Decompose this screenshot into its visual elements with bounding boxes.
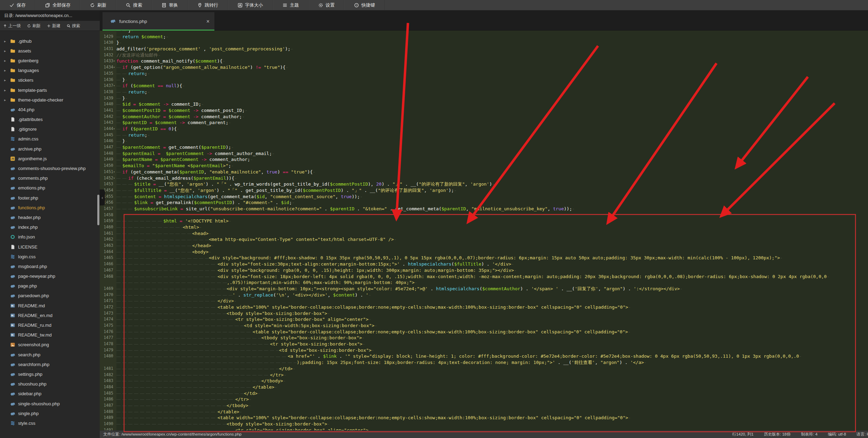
code-line-1441[interactable]: 1441$commentPostID = $comment -> comment… [100, 107, 868, 114]
tree-file-LICENSE[interactable]: LICENSE [0, 242, 100, 252]
code-line-1459[interactable]: 1459$html = '<!DOCTYPE html>- [100, 218, 868, 224]
tree-folder-template-parts[interactable]: ▸template-parts [0, 85, 100, 95]
code-line-1442[interactable]: 1442$commentAuthor = $comment -> comment… [100, 114, 868, 120]
toolbar-button-refresh[interactable]: 刷新 [80, 0, 116, 10]
code-line-1458[interactable]: 1458 [100, 212, 868, 218]
tree-folder-stickers[interactable]: ▸stickers [0, 75, 100, 85]
fold-caret-icon[interactable]: ▾ [113, 169, 115, 175]
tree-file-emotions.php[interactable]: emotions.php [0, 183, 100, 193]
tree-folder-theme-update-checker[interactable]: ▸theme-update-checker [0, 95, 100, 105]
code-line-1438[interactable]: 1438return;- [100, 89, 868, 95]
tree-file-parsedown.php[interactable]: parsedown.php [0, 291, 100, 301]
tree-file-README_en.md[interactable]: M↓README_en.md [0, 310, 100, 320]
toolbar-button-goto[interactable]: 跳转行 [188, 0, 228, 10]
code-line-1463[interactable]: 1463</head>- [100, 243, 868, 249]
code-line-1482[interactable]: 1482</tr>- [100, 372, 868, 378]
code-line-1476[interactable]: 1476<table style="border-collapse:collap… [100, 329, 868, 335]
toolbar-button-save[interactable]: 保存 [0, 0, 35, 10]
code-line-1467[interactable]: 1467<div style="background: rgba(0, 0, 0… [100, 267, 868, 274]
code-line-wrap[interactable]: }- [100, 31, 868, 34]
toolbar-button-hotkey[interactable]: ?快捷键 [344, 0, 385, 10]
code-line-1434[interactable]: 1434▾if (get_option("argon_comment_allow… [100, 64, 868, 71]
code-line-1451[interactable]: 1451▾if (get_comment_meta($parentID, "en… [100, 169, 868, 175]
tree-file-.gitignore[interactable]: .gitignore [0, 124, 100, 134]
tree-file-single-shuoshuo.php[interactable]: single-shuoshuo.php [0, 399, 100, 408]
code-line-1465[interactable]: 1465<div style="background: #fff;box-sha… [100, 255, 868, 261]
code-editor[interactable]: }-1429return $comment;-1430}-1431add_fil… [100, 31, 868, 430]
tree-file-index.php[interactable]: index.php [0, 222, 100, 232]
code-line-1430[interactable]: 1430}- [100, 40, 868, 46]
code-line-1457[interactable]: 1457$unsubscribeLink = site_url("unsubsc… [100, 206, 868, 212]
code-line-1483[interactable]: 1483</tbody>- [100, 378, 868, 384]
expand-caret-icon[interactable]: ▸ [4, 98, 6, 102]
tree-file-.gitattributes[interactable]: .gitattributes [0, 115, 100, 124]
fold-caret-icon[interactable]: ▾ [113, 64, 115, 71]
code-line-1481[interactable]: 1481</td>- [100, 366, 868, 372]
code-line-1453[interactable]: 1453$title = __("您在", 'argon') . "「" . w… [100, 181, 868, 187]
code-line-1433[interactable]: 1433▾function comment_mail_notify($comme… [100, 58, 868, 64]
tree-file-msgboard.php[interactable]: msgboard.php [0, 261, 100, 271]
code-line-1484[interactable]: 1484</table>- [100, 384, 868, 390]
sidebar-collapse-handle[interactable]: ‹ [100, 189, 105, 205]
code-line-1485[interactable]: 1485</td>- [100, 390, 868, 397]
code-line-1473[interactable]: 1473<tbody style="box-sizing:border-box"… [100, 310, 868, 317]
tree-folder-gutenberg[interactable]: ▸gutenberg [0, 56, 100, 65]
code-line-1462[interactable]: 1462<meta http-equiv="Content-Type" cont… [100, 236, 868, 243]
expand-caret-icon[interactable]: ▸ [4, 68, 6, 72]
expand-caret-icon[interactable]: ▸ [4, 39, 6, 43]
tree-file-README_tw.md[interactable]: M↓README_tw.md [0, 330, 100, 340]
code-line-1432[interactable]: 1432//发送评论通知邮件- [100, 52, 868, 58]
expand-caret-icon[interactable]: ▸ [4, 49, 6, 53]
code-line-1431[interactable]: 1431add_filter('preprocess_comment' , 'p… [100, 46, 868, 52]
code-line-1486[interactable]: 1486</tr>- [100, 396, 868, 403]
code-line-1435[interactable]: 1435return;- [100, 71, 868, 77]
code-line-1452[interactable]: 1452▾if (check_email_address($parentEmai… [100, 175, 868, 181]
code-line-1474[interactable]: 1474<tr style="box-sizing:border-box" al… [100, 316, 868, 323]
code-line-1477[interactable]: 1477<tbody style="box-sizing:border-box"… [100, 335, 868, 341]
close-tab-icon[interactable]: × [206, 19, 210, 24]
code-line-1444[interactable]: 1444▾if ($parentID == 0){- [100, 126, 868, 132]
tree-file-info.json[interactable]: info.json [0, 232, 100, 242]
code-line-1450[interactable]: 1450$emailTo = "$parentName <$parentEmai… [100, 163, 868, 169]
code-line-1487[interactable]: 1487</tbody>- [100, 403, 868, 409]
tree-file-page-newyear.php[interactable]: page-newyear.php [0, 271, 100, 281]
code-line-1449[interactable]: 1449$parentName = $parentComment -> comm… [100, 156, 868, 163]
code-line-1478[interactable]: 1478<tr style="box-sizing:border-box">- [100, 341, 868, 347]
code-line-1489[interactable]: 1489<table width="100%" style="border-co… [100, 415, 868, 421]
code-line-1446[interactable]: 1446}- [100, 138, 868, 144]
code-line-1443[interactable]: 1443$parentID = $comment -> comment_pare… [100, 120, 868, 126]
tab-functions-php[interactable]: functions.php × [103, 12, 214, 31]
code-line-1464[interactable]: 1464<body>- [100, 249, 868, 255]
sidebar-action-up[interactable]: 上一级 [0, 23, 24, 29]
fold-caret-icon[interactable]: ▾ [113, 175, 115, 181]
fold-caret-icon[interactable]: ▾ [113, 126, 115, 132]
code-line-1470[interactable]: 1470' . str_replace('\n', '<div></div>',… [100, 292, 868, 298]
code-line-1460[interactable]: 1460<html>- [100, 224, 868, 230]
code-line-1469[interactable]: 1469<div style="margin-bottom: 10px;"><s… [100, 286, 868, 292]
sidebar-action-search[interactable]: 搜索 [64, 23, 83, 29]
sidebar-action-refresh[interactable]: 刷新 [24, 23, 44, 29]
code-line-1440[interactable]: 1440$id = $comment -> comment_ID;- [100, 101, 868, 107]
code-line-1472[interactable]: 1472<table width="100%" style="border-co… [100, 304, 868, 310]
code-line-1488[interactable]: 1488</table>- [100, 409, 868, 415]
tree-file-argontheme.js[interactable]: JSargontheme.js [0, 154, 100, 163]
sidebar-scrollbar[interactable] [97, 195, 99, 225]
tree-file-settings.php[interactable]: settings.php [0, 369, 100, 379]
code-line-1480[interactable]: 1480<a href="' . $link . '" style="displ… [100, 353, 868, 359]
code-line-1491[interactable]: 1491<tr style="box-sizing:border-box" al… [100, 427, 868, 430]
tree-file-sidebar.php[interactable]: sidebar.php [0, 389, 100, 399]
code-line-1466[interactable]: 1466<div style="font-size:30px;text-alig… [100, 261, 868, 267]
tree-file-README.md[interactable]: M↓README.md [0, 301, 100, 310]
code-line-1448[interactable]: 1448$parentEmail = $parentComment -> com… [100, 151, 868, 157]
toolbar-button-replace[interactable]: 替换 [152, 0, 188, 10]
code-line-1454[interactable]: 1454$fullTitle = __("您在", 'argon') . "「"… [100, 187, 868, 194]
tree-file-searchform.php[interactable]: searchform.php [0, 359, 100, 369]
code-line-1447[interactable]: 1447$parentComment = get_comment($parent… [100, 144, 868, 151]
sidebar-action-plus[interactable]: 新建 [44, 23, 64, 29]
tree-file-single.php[interactable]: single.php [0, 408, 100, 418]
code-line-1429[interactable]: 1429return $comment;- [100, 34, 868, 40]
tree-file-comments-shuoshuo-preview.php[interactable]: comments-shuoshuo-preview.php [0, 163, 100, 173]
code-line-1475[interactable]: 1475<td style="min-width:5px;box-sizing:… [100, 323, 868, 329]
toolbar-button-search[interactable]: 搜索 [116, 0, 152, 10]
tree-folder-.github[interactable]: ▸.github [0, 36, 100, 46]
